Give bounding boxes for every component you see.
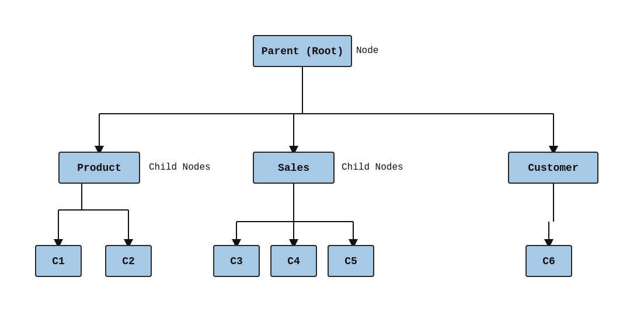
product-node-label: Product (77, 162, 121, 174)
root-node: Parent (Root) (253, 35, 352, 67)
c3-node: C3 (213, 245, 260, 277)
c2-node: C2 (105, 245, 152, 277)
root-node-extra-label: Node (356, 45, 378, 56)
c3-label: C3 (230, 255, 243, 267)
product-node: Product (58, 152, 140, 184)
c1-label: C1 (52, 255, 65, 267)
sales-node: Sales (253, 152, 335, 184)
c4-label: C4 (287, 255, 300, 267)
sales-node-label: Sales (278, 162, 309, 174)
child-nodes-label-2: Child Nodes (342, 162, 403, 173)
c5-node: C5 (328, 245, 374, 277)
customer-node-label: Customer (528, 162, 578, 174)
c6-label: C6 (542, 255, 555, 267)
root-node-label: Parent (Root) (262, 45, 343, 57)
child-nodes-label-1: Child Nodes (149, 162, 211, 173)
c5-label: C5 (344, 255, 357, 267)
c6-node: C6 (525, 245, 572, 277)
c2-label: C2 (122, 255, 135, 267)
customer-node: Customer (508, 152, 598, 184)
c1-node: C1 (35, 245, 82, 277)
c4-node: C4 (270, 245, 317, 277)
tree-diagram: Parent (Root) Node Product Sales Custome… (0, 0, 644, 319)
